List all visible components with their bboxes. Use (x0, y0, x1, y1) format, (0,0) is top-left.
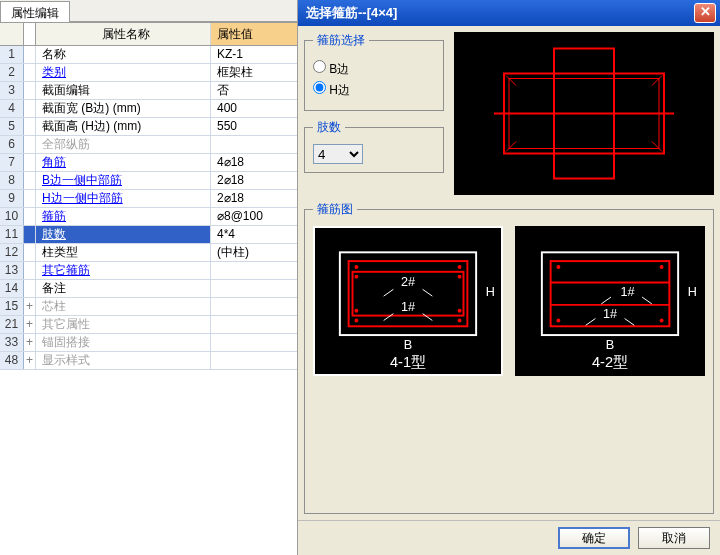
property-row[interactable]: 5截面高 (H边) (mm)550 (0, 118, 297, 136)
prop-value[interactable]: 550 (211, 118, 297, 135)
expand-icon[interactable]: + (24, 298, 36, 315)
prop-value[interactable]: 框架柱 (211, 64, 297, 81)
expand-icon[interactable]: + (24, 316, 36, 333)
svg-text:1#: 1# (401, 300, 415, 314)
property-row[interactable]: 1名称KZ-1 (0, 46, 297, 64)
limb-select[interactable]: 4 (313, 144, 363, 164)
prop-value[interactable]: ⌀8@100 (211, 208, 297, 225)
prop-value[interactable] (211, 262, 297, 279)
property-row[interactable]: 6全部纵筋 (0, 136, 297, 154)
svg-point-13 (458, 265, 462, 269)
expand-icon (24, 208, 36, 225)
property-row[interactable]: 10箍筋⌀8@100 (0, 208, 297, 226)
prop-value[interactable] (211, 280, 297, 297)
radio-b-side[interactable]: B边 (313, 60, 435, 78)
expand-icon (24, 118, 36, 135)
svg-point-36 (660, 319, 664, 323)
expand-icon[interactable]: + (24, 352, 36, 369)
expand-icon[interactable]: + (24, 334, 36, 351)
prop-value[interactable]: 400 (211, 100, 297, 117)
svg-text:1#: 1# (620, 285, 634, 299)
svg-point-18 (354, 309, 358, 313)
svg-text:B: B (404, 338, 412, 352)
radio-b-input[interactable] (313, 60, 326, 73)
svg-line-6 (652, 76, 662, 86)
prop-value[interactable] (211, 316, 297, 333)
svg-point-15 (458, 319, 462, 323)
prop-name: 芯柱 (36, 298, 211, 315)
property-row[interactable]: 12柱类型(中柱) (0, 244, 297, 262)
expand-icon (24, 190, 36, 207)
fieldset-stirrup-select: 箍筋选择 B边 H边 (304, 32, 444, 111)
prop-name: B边一侧中部筋 (36, 172, 211, 189)
thumb-4-2型[interactable]: 1#1#HB4-2型 (515, 226, 705, 376)
legend-limb: 肢数 (313, 119, 345, 136)
property-row[interactable]: 13其它箍筋 (0, 262, 297, 280)
radio-h-input[interactable] (313, 81, 326, 94)
radio-h-side[interactable]: H边 (313, 81, 435, 99)
row-number: 7 (0, 154, 24, 171)
svg-text:B: B (606, 338, 614, 352)
row-number: 21 (0, 316, 24, 333)
property-row[interactable]: 4截面宽 (B边) (mm)400 (0, 100, 297, 118)
prop-name: H边一侧中部筋 (36, 190, 211, 207)
property-row[interactable]: 21+其它属性 (0, 316, 297, 334)
prop-name: 类别 (36, 64, 211, 81)
svg-point-12 (354, 265, 358, 269)
prop-name: 其它属性 (36, 316, 211, 333)
prop-name: 全部纵筋 (36, 136, 211, 153)
row-number: 33 (0, 334, 24, 351)
close-icon[interactable]: ✕ (694, 3, 716, 23)
prop-name: 名称 (36, 46, 211, 63)
prop-value[interactable]: (中柱) (211, 244, 297, 261)
row-number: 9 (0, 190, 24, 207)
expand-icon (24, 64, 36, 81)
prop-value[interactable]: 否 (211, 82, 297, 99)
row-number: 10 (0, 208, 24, 225)
row-number: 8 (0, 172, 24, 189)
expand-icon (24, 46, 36, 63)
svg-point-35 (556, 319, 560, 323)
prop-value[interactable]: 4*4 (211, 226, 297, 243)
prop-value[interactable] (211, 298, 297, 315)
property-row[interactable]: 9H边一侧中部筋2⌀18 (0, 190, 297, 208)
property-row[interactable]: 15+芯柱 (0, 298, 297, 316)
prop-name: 锚固搭接 (36, 334, 211, 351)
prop-name: 截面宽 (B边) (mm) (36, 100, 211, 117)
property-row[interactable]: 3截面编辑否 (0, 82, 297, 100)
prop-value[interactable] (211, 352, 297, 369)
prop-value[interactable]: 2⌀18 (211, 190, 297, 207)
cancel-button[interactable]: 取消 (638, 527, 710, 549)
svg-text:2#: 2# (401, 275, 415, 289)
row-number: 6 (0, 136, 24, 153)
expand-icon (24, 262, 36, 279)
prop-value[interactable]: 4⌀18 (211, 154, 297, 171)
property-panel: 属性编辑 属性名称 属性值 1名称KZ-12类别框架柱3截面编辑否4截面宽 (B… (0, 0, 298, 555)
property-row[interactable]: 14备注 (0, 280, 297, 298)
svg-point-14 (354, 319, 358, 323)
prop-name: 截面高 (H边) (mm) (36, 118, 211, 135)
row-number: 12 (0, 244, 24, 261)
prop-value[interactable] (211, 334, 297, 351)
ok-button[interactable]: 确定 (558, 527, 630, 549)
property-row[interactable]: 8B边一侧中部筋2⌀18 (0, 172, 297, 190)
prop-name: 箍筋 (36, 208, 211, 225)
svg-line-38 (601, 297, 611, 304)
prop-value[interactable]: 2⌀18 (211, 172, 297, 189)
dialog-title: 选择箍筋--[4×4] (306, 4, 694, 22)
prop-name: 截面编辑 (36, 82, 211, 99)
tab-property-edit[interactable]: 属性编辑 (0, 1, 70, 22)
svg-point-16 (354, 275, 358, 279)
property-row[interactable]: 33+锚固搭接 (0, 334, 297, 352)
property-row[interactable]: 11肢数4*4 (0, 226, 297, 244)
col-header-value: 属性值 (211, 23, 297, 45)
expand-icon (24, 280, 36, 297)
thumb-4-1型[interactable]: 2#1#HB4-1型 (313, 226, 503, 376)
grid-header: 属性名称 属性值 (0, 22, 297, 46)
property-row[interactable]: 48+显示样式 (0, 352, 297, 370)
prop-value[interactable] (211, 136, 297, 153)
property-row[interactable]: 7角筋4⌀18 (0, 154, 297, 172)
expand-icon (24, 226, 36, 243)
prop-value[interactable]: KZ-1 (211, 46, 297, 63)
property-row[interactable]: 2类别框架柱 (0, 64, 297, 82)
